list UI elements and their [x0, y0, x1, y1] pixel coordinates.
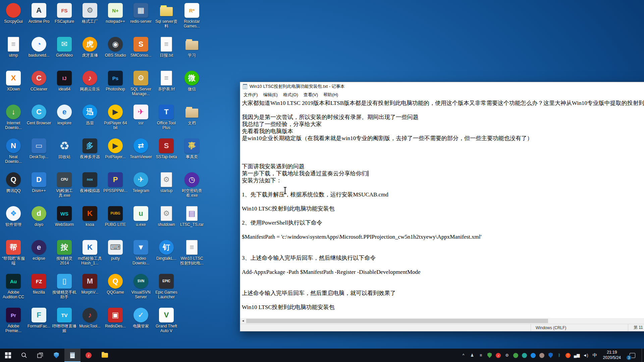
- tray-network-icon[interactable]: ▄▆: [574, 352, 580, 358]
- desktop-icon-visualsvn-server[interactable]: SVNVisualSVN Server: [128, 272, 154, 306]
- desktop-icon-notepad-plus-plus[interactable]: N+notepad++: [103, 1, 128, 35]
- start-button[interactable]: [0, 349, 16, 362]
- desktop-icon-vtj-cpu-tool[interactable]: CPUVtj检测工具.exe: [52, 171, 77, 204]
- menu-file[interactable]: 文件(F): [241, 91, 261, 99]
- desktop-icon-win10-ltsc-txt[interactable]: ≡Win10 LTSC投射到此电...: [179, 238, 205, 272]
- desktop-icon-rockstar-games[interactable]: R*Rockstar Games...: [179, 1, 205, 35]
- tray-bluetooth-icon[interactable]: ᛒ: [556, 352, 562, 358]
- desktop-icon-baidu-netdisk[interactable]: ◔baidunetd...: [26, 35, 52, 69]
- desktop-icon-arctime-pro[interactable]: AArctime Pro: [26, 1, 52, 35]
- desktop-icon-nox-multi[interactable]: 多夜神多开器: [77, 137, 103, 171]
- task-view-button[interactable]: [32, 349, 48, 362]
- taskbar-clock[interactable]: 21:19 2020/5/24: [603, 350, 621, 360]
- desktop-icon-obs-studio[interactable]: ◉OBS Studio: [103, 35, 128, 69]
- desktop-icon-formatfac[interactable]: FFormatFac...: [26, 306, 52, 340]
- desktop-icon-u-exe[interactable]: uu.exe: [128, 204, 154, 238]
- desktop-icon-nox-emulator[interactable]: nox夜神模拟器: [77, 171, 103, 204]
- desktop-icon-intellij-idea[interactable]: IJidea64: [52, 69, 77, 103]
- desktop-icon-ssr[interactable]: ✈ssr: [128, 103, 154, 137]
- tray-teal-app-icon[interactable]: [522, 352, 528, 358]
- desktop-icon-huya-live[interactable]: 虎虎牙直播: [77, 35, 103, 69]
- tray-people-icon[interactable]: ♟: [469, 352, 475, 358]
- taskbar-app-security-browser[interactable]: [48, 349, 64, 362]
- desktop-icon-musictool[interactable]: ♪MusicTool...: [77, 306, 103, 340]
- desktop-icon-pubg-lite[interactable]: PUBGPUBG LITE: [103, 204, 128, 238]
- scroll-left-arrow[interactable]: ◄: [240, 318, 246, 324]
- desktop-icon-potplayer[interactable]: ▶PotPlayer...: [103, 137, 128, 171]
- horizontal-scrollbar[interactable]: ◄ ►: [240, 318, 644, 324]
- notepad-title-bar[interactable]: Win10 LTSC投射到此电脑功能安装包.txt - 记事本: [240, 82, 644, 91]
- notepad-text-area[interactable]: 大家都知道Win10 LTSC 2019版本和LTSB版本都是没有投射到此电脑功…: [240, 99, 644, 318]
- desktop-icon-ccleaner[interactable]: CCCleaner: [26, 69, 52, 103]
- tray-settings-gear-icon[interactable]: ⚙: [504, 352, 510, 358]
- desktop-icon-internet-explorer[interactable]: eiexplore: [52, 103, 77, 137]
- desktop-icon-internet-download-manager[interactable]: ↓Internet Downlo...: [1, 103, 26, 137]
- tray-green-app-icon[interactable]: [513, 352, 519, 358]
- desktop-icon-format-factory[interactable]: ⚙格式工厂: [77, 1, 103, 35]
- desktop-icon-cent-browser[interactable]: CCent Browser: [26, 103, 52, 137]
- desktop-icon-bilibili-live[interactable]: TV哔哩哔哩直播姬: [52, 306, 77, 340]
- desktop-icon-eclipse[interactable]: eeclipse: [26, 238, 52, 272]
- desktop-icon-recycle-bin[interactable]: ♻回收站: [52, 137, 77, 171]
- menu-format[interactable]: 格式(O): [280, 91, 301, 99]
- tray-brown-app-icon[interactable]: [539, 352, 545, 358]
- desktop-icon-morphvox[interactable]: MMorphV...: [77, 272, 103, 306]
- taskbar-app-file-explorer[interactable]: [97, 349, 113, 362]
- desktop-icon-startup[interactable]: ⚙startup: [154, 171, 179, 204]
- desktop-icon-tencent-qq[interactable]: Q腾讯QQ: [1, 171, 26, 204]
- desktop-icon-photoshop[interactable]: PsPhotoshop: [103, 69, 128, 103]
- desktop-icon-sstap-beta[interactable]: SSSTap-beta: [154, 137, 179, 171]
- desktop-icon-documents-folder[interactable]: 文档: [179, 103, 205, 137]
- desktop-icon-bangwoba-client[interactable]: 帮“帮我吧”客服端: [1, 238, 26, 272]
- desktop-icon-desktop-tool[interactable]: ▭DeskTop...: [26, 137, 52, 171]
- desktop-icon-shutdown[interactable]: ⚙shutdown: [154, 204, 179, 238]
- desktop-icon-sql-server-docs-folder[interactable]: Sql server资料: [154, 1, 179, 35]
- desktop-icon-office-tool-plus[interactable]: TOffice Tool Plus: [154, 103, 179, 137]
- desktop-icon-sql-server-management[interactable]: ⚙SQL Server Manage...: [128, 69, 154, 103]
- desktop-icon-study-folder[interactable]: 学习: [179, 35, 205, 69]
- desktop-icon-daily-report-txt[interactable]: ≡日报.txt: [154, 35, 179, 69]
- tray-alert-icon[interactable]: !: [565, 352, 571, 358]
- action-center-button[interactable]: 3: [626, 349, 639, 362]
- desktop-icon-adobe-audition[interactable]: AuAdobe Audition CC: [1, 272, 26, 306]
- desktop-icon-putty[interactable]: ⌨putty: [103, 238, 128, 272]
- desktop-icon-potplayer-64[interactable]: ▶PotPlayer 64 bit: [103, 103, 128, 137]
- desktop-icon-time-password-viewer[interactable]: ◷时空密码查看.exe: [179, 171, 205, 204]
- desktop-icon-epic-games-launcher[interactable]: EPICEpic Games Launcher: [154, 272, 179, 306]
- desktop-icon-shizhenmai[interactable]: 事事真卖: [179, 137, 205, 171]
- menu-view[interactable]: 查看(V): [301, 91, 321, 99]
- desktop-icon-smconsole[interactable]: SSMConso...: [128, 35, 154, 69]
- desktop-icon-video-downloader[interactable]: ▼Video Downlo...: [128, 238, 154, 272]
- desktop-icon-netease-music[interactable]: ♪网易云音乐: [77, 69, 103, 103]
- desktop-icon-getvideo[interactable]: ✉GetVideo: [52, 35, 77, 69]
- desktop-icon-ltsc-ts-rar[interactable]: ▤LTSC_TS.rar: [179, 204, 205, 238]
- desktop-icon-adobe-premiere[interactable]: PrAdobe Premie...: [1, 306, 26, 340]
- taskbar-app-netease-music[interactable]: ♪: [80, 349, 97, 362]
- desktop-icon-fscapture[interactable]: FSFSCapture: [52, 1, 77, 35]
- tray-volume-icon[interactable]: ◄): [583, 352, 589, 358]
- desktop-icon-software-manager[interactable]: ❖软件管理: [1, 204, 26, 238]
- taskbar-app-notepad[interactable]: [64, 349, 80, 362]
- tray-security-green-icon[interactable]: [487, 352, 493, 358]
- desktop-icon-webstorm[interactable]: WSWebStorm: [52, 204, 77, 238]
- desktop-icon-neat-download-manager[interactable]: NNeat Downlo...: [1, 137, 26, 171]
- tray-security-blue-icon[interactable]: [548, 352, 554, 358]
- search-button[interactable]: [16, 349, 32, 362]
- desktop-icon-teamviewer[interactable]: ⇄TeamViewer: [128, 137, 154, 171]
- menu-help[interactable]: 帮助(H): [321, 91, 341, 99]
- desktop-icon-redis-desktop-manager[interactable]: ▣RedisDes...: [103, 306, 128, 340]
- desktop-icon-scrcpygui[interactable]: ScrcpyGui: [1, 1, 26, 35]
- desktop-icon-ppsspp[interactable]: PPPSSPPWi...: [103, 171, 128, 204]
- desktop-icon-md5-hash-tool[interactable]: Kmd5校验工具Hash_1...: [77, 238, 103, 272]
- tray-netease-tray-icon[interactable]: ♪: [495, 352, 501, 358]
- desktop-icon-xdown[interactable]: XXDown: [1, 69, 26, 103]
- desktop-icon-dingtalk[interactable]: 钉DingtalkL...: [154, 238, 179, 272]
- desktop-icon-xunlei-thunder[interactable]: 迅迅雷: [77, 103, 103, 137]
- desktop-icon-filezilla[interactable]: FZfilezilla: [26, 272, 52, 306]
- menu-edit[interactable]: 编辑(E): [261, 91, 280, 99]
- tray-hidden-icons-icon[interactable]: ^: [461, 352, 467, 358]
- input-method-indicator[interactable]: 中: [591, 352, 598, 358]
- desktop-icon-anjian-2014[interactable]: 按按键精灵2014: [52, 238, 77, 272]
- desktop-icon-dism-plus-plus[interactable]: DDism++: [26, 171, 52, 204]
- desktop-icon-doyo[interactable]: ddoyo: [26, 204, 52, 238]
